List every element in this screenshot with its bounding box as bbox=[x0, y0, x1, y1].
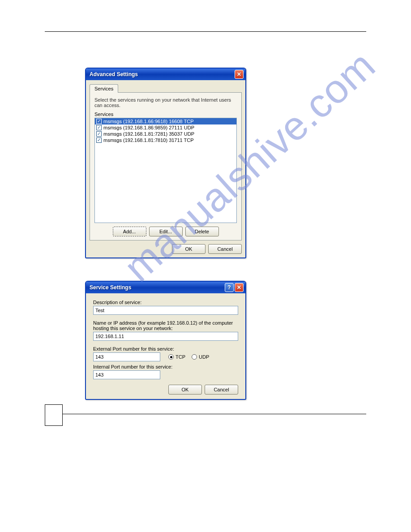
internal-port-label: Internal Port number for this service: bbox=[93, 364, 238, 369]
cancel-button[interactable]: Cancel bbox=[205, 385, 238, 395]
service-titlebar[interactable]: Service Settings ? ✕ bbox=[86, 282, 245, 293]
close-icon[interactable]: ✕ bbox=[235, 283, 244, 292]
top-rule bbox=[45, 31, 366, 32]
udp-radio-label: UDP bbox=[199, 354, 209, 360]
checkbox-icon[interactable]: ✓ bbox=[96, 131, 102, 137]
footer-rule bbox=[63, 414, 366, 414]
checkbox-icon[interactable]: ✓ bbox=[96, 137, 102, 143]
cancel-button[interactable]: Cancel bbox=[208, 244, 242, 254]
tcp-radio-label: TCP bbox=[176, 354, 185, 360]
edit-button[interactable]: Edit... bbox=[149, 227, 183, 236]
ok-button[interactable]: OK bbox=[168, 385, 202, 395]
list-item[interactable]: ✓ msmsgs (192.168.1.81:7810) 31711 TCP bbox=[95, 137, 236, 143]
list-item[interactable]: ✓ msmsgs (192.168.1.81:7281) 35037 UDP bbox=[95, 131, 236, 137]
list-item-label: msmsgs (192.168.1.66:9618) 16608 TCP bbox=[103, 119, 194, 124]
delete-button[interactable]: Delete bbox=[185, 227, 219, 236]
tab-services[interactable]: Services bbox=[90, 84, 118, 93]
description-label: Description of service: bbox=[93, 300, 238, 305]
tab-strip: Services bbox=[90, 84, 242, 92]
footer-box bbox=[45, 404, 63, 426]
list-item[interactable]: ✓ msmsgs (192.168.1.86:9859) 27111 UDP bbox=[95, 124, 236, 131]
udp-radio[interactable]: UDP bbox=[192, 354, 209, 360]
services-list-label: Services bbox=[94, 112, 237, 117]
services-note: Select the services running on your netw… bbox=[94, 97, 237, 108]
checkbox-icon[interactable]: ✓ bbox=[96, 125, 102, 130]
external-port-field[interactable] bbox=[93, 352, 160, 361]
service-title: Service Settings bbox=[90, 284, 131, 291]
ip-field[interactable] bbox=[93, 332, 238, 341]
services-panel: Select the services running on your netw… bbox=[90, 92, 242, 240]
help-icon[interactable]: ? bbox=[225, 283, 234, 292]
external-port-label: External Port number for this service: bbox=[93, 346, 238, 352]
ip-label: Name or IP address (for example 192.168.… bbox=[93, 320, 238, 331]
list-item-label: msmsgs (192.168.1.81:7281) 35037 UDP bbox=[103, 131, 194, 137]
advanced-settings-dialog: Advanced Settings ✕ Services Select the … bbox=[85, 68, 246, 258]
services-button-row: Add... Edit... Delete bbox=[94, 227, 237, 236]
service-footer-buttons: OK Cancel bbox=[93, 385, 238, 395]
advanced-titlebar[interactable]: Advanced Settings ✕ bbox=[86, 69, 245, 80]
description-field[interactable] bbox=[93, 306, 238, 315]
internal-port-field[interactable] bbox=[93, 370, 160, 379]
add-button[interactable]: Add... bbox=[113, 227, 146, 236]
list-item-label: msmsgs (192.168.1.86:9859) 27111 UDP bbox=[103, 125, 194, 130]
dialog-footer-buttons: OK Cancel bbox=[90, 244, 242, 254]
advanced-title: Advanced Settings bbox=[90, 71, 138, 77]
service-settings-dialog: Service Settings ? ✕ Description of serv… bbox=[85, 281, 246, 400]
close-icon[interactable]: ✕ bbox=[235, 70, 244, 79]
checkbox-icon[interactable]: ✓ bbox=[96, 119, 102, 124]
ok-button[interactable]: OK bbox=[172, 244, 206, 254]
tcp-radio[interactable]: TCP bbox=[168, 354, 185, 360]
services-listbox[interactable]: ✓ msmsgs (192.168.1.66:9618) 16608 TCP ✓… bbox=[94, 118, 237, 223]
list-item-label: msmsgs (192.168.1.81:7810) 31711 TCP bbox=[103, 137, 194, 143]
list-item[interactable]: ✓ msmsgs (192.168.1.66:9618) 16608 TCP bbox=[95, 118, 236, 124]
